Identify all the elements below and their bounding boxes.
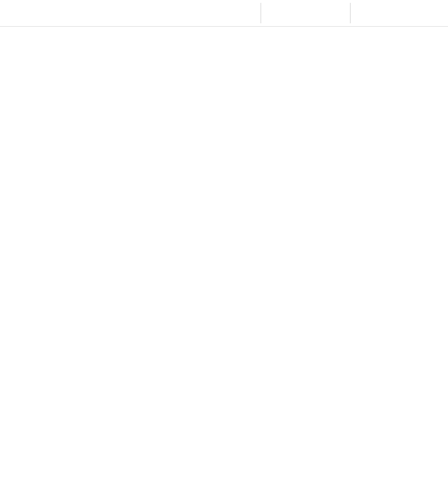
column-divider[interactable]: [350, 3, 351, 23]
schema-tree-table: [0, 0, 448, 27]
column-divider[interactable]: [261, 3, 261, 23]
table-header: [0, 0, 448, 27]
